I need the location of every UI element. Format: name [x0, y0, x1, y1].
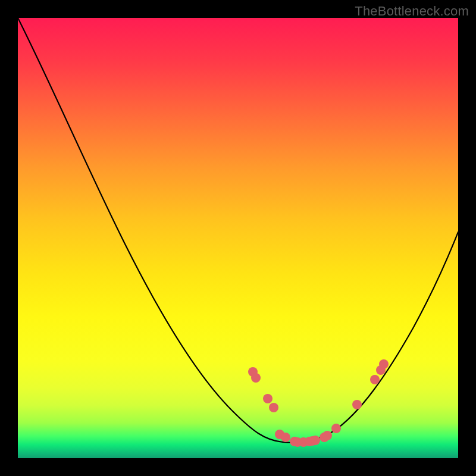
- curve-marker: [352, 400, 362, 409]
- bottleneck-curve: [18, 18, 458, 443]
- curve-marker: [331, 424, 341, 433]
- curve-marker: [251, 373, 261, 383]
- curve-layer: [18, 18, 458, 458]
- curve-marker: [370, 375, 380, 384]
- plot-area: [18, 18, 458, 458]
- curve-marker: [281, 433, 290, 442]
- curve-marker: [379, 359, 389, 369]
- curve-marker: [322, 431, 332, 440]
- curve-marker: [311, 436, 320, 445]
- chart-frame: TheBottleneck.com: [0, 0, 476, 476]
- curve-markers: [248, 359, 389, 447]
- curve-marker: [263, 394, 273, 403]
- curve-marker: [269, 403, 278, 412]
- watermark-text: TheBottleneck.com: [355, 4, 469, 19]
